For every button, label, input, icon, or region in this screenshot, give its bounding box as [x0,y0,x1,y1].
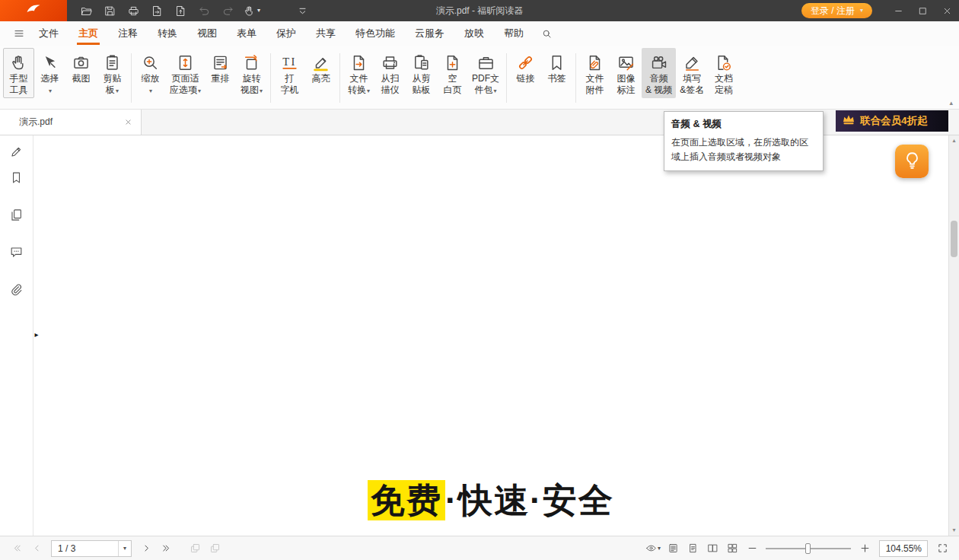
tab-view[interactable]: 视图 [187,21,227,46]
ribbon-button-label: 板▾ [106,84,119,96]
customize-toolbar-button[interactable] [291,1,314,21]
document-tab[interactable]: 演示.pdf [0,110,142,135]
ribbon-highlight-button[interactable]: 高亮 [305,48,336,87]
zoom-in-button[interactable] [855,539,874,558]
bookmark-panel-button[interactable] [6,167,27,188]
svg-text:I: I [292,56,295,68]
assistant-lightbulb-button[interactable] [895,145,929,178]
tab-home[interactable]: 主页 [68,21,108,46]
scrollbar-thumb[interactable] [951,221,957,257]
collapse-ribbon-button[interactable]: ▴ [949,100,953,107]
menubar: 文件主页注释转换视图表单保护共享特色功能云服务放映帮助 [0,21,959,46]
prev-page-button[interactable] [27,539,46,558]
ribbon-blank-page-button[interactable]: 空白页 [437,48,468,98]
copy-tool-button[interactable] [186,539,204,558]
export-convert-button[interactable] [145,1,169,21]
ribbon-snapshot-button[interactable]: 截图 [65,48,97,87]
hand-tool-button[interactable]: ▾ [240,1,263,21]
ribbon-zoom-button[interactable]: 缩放▾ [135,48,166,98]
redo-button[interactable] [216,1,240,21]
scroll-up-icon[interactable]: ▴ [949,136,959,145]
ribbon-attachment-doc-button[interactable]: 文件附件 [579,48,610,98]
close-button[interactable] [935,0,959,21]
next-page-button[interactable] [137,539,155,558]
ribbon-button-label: 手型 [10,73,28,84]
ribbon-image-annot-button[interactable]: 图像标注 [610,48,642,98]
ribbon-finalize-button[interactable]: 文档定稿 [708,48,739,98]
ribbon-select-button[interactable]: 选择▾ [34,48,65,98]
ribbon-button-label: 图像 [617,73,636,84]
read-mode-button[interactable]: ▾ [644,539,662,558]
minimize-button[interactable] [886,0,910,21]
open-folder-button[interactable] [75,1,98,21]
ribbon-bookmark-button[interactable]: 书签 [541,48,572,87]
ribbon-typewriter-button[interactable]: TI打字机 [274,48,305,98]
window-title: 演示.pdf - 福昕阅读器 [436,5,524,18]
login-button[interactable]: 登录 / 注册 ▾ [801,3,872,18]
tab-cloud[interactable]: 云服务 [405,21,454,46]
tab-comment[interactable]: 注释 [108,21,148,46]
page-dropdown-caret[interactable]: ▾ [118,541,131,556]
zoom-level-box[interactable]: 104.55% [879,540,928,557]
chevron-down-icon: ▾ [367,88,370,94]
tab-convert[interactable]: 转换 [148,21,187,46]
statusbar-left: 1 / 3 ▾ [8,539,224,558]
ribbon-video-button[interactable]: 音频& 视频 [642,48,676,98]
ribbon-button-label: 白页 [444,84,462,96]
tab-form[interactable]: 表单 [227,21,266,46]
tab-share[interactable]: 共享 [306,21,346,46]
ribbon-scanner-button[interactable]: 从扫描仪 [374,48,406,98]
svg-text:T: T [282,56,289,68]
annotate-pencil-button[interactable] [6,141,27,162]
zoom-slider[interactable] [766,539,851,558]
comment-panel-button[interactable] [6,241,27,262]
headline-highlighted-text: 免费 [368,480,445,520]
ribbon-convert-button[interactable]: 文件转换▾ [343,48,374,98]
maximize-button[interactable] [910,0,935,21]
search-button[interactable] [537,24,556,43]
ribbon-reflow-button[interactable]: 重排 [205,48,236,87]
share-doc-button[interactable] [169,1,193,21]
quad-pages-view-button[interactable] [723,539,741,558]
paste-tool-button[interactable] [206,539,224,558]
last-page-button[interactable] [157,539,175,558]
ribbon-group: 缩放▾页面适应选项▾重排旋转视图▾ [135,47,267,109]
text-viewer-button[interactable] [664,539,682,558]
tab-features[interactable]: 特色功能 [346,21,405,46]
hamburger-menu-button[interactable] [9,24,29,43]
ribbon-link-button[interactable]: 链接 [510,48,541,87]
membership-promo-banner[interactable]: 联合会员4折起 [836,110,948,132]
page-number-box[interactable]: 1 / 3 ▾ [51,540,132,557]
facing-pages-view-button[interactable] [703,539,722,558]
titlebar: ▾ 演示.pdf - 福昕阅读器 登录 / 注册 ▾ [0,0,959,21]
undo-button[interactable] [193,1,216,21]
zoom-out-button[interactable] [743,539,761,558]
tab-present[interactable]: 放映 [454,21,494,46]
foxit-logo[interactable] [0,0,67,21]
ribbon-fit-page-button[interactable]: 页面适应选项▾ [166,48,205,98]
sidebar-expand-handle[interactable]: ▸ [31,327,42,341]
ribbon-hand-button[interactable]: 手型工具 [3,48,34,98]
ribbon-sign-button[interactable]: 填写&签名 [676,48,708,98]
tab-help[interactable]: 帮助 [494,21,534,46]
zoom-level-value: 104.55% [886,543,922,554]
pages-panel-button[interactable] [6,204,27,225]
tab-file[interactable]: 文件 [29,21,68,46]
share-doc-icon [174,5,187,18]
scroll-down-icon[interactable]: ▾ [949,526,959,535]
zoom-slider-thumb[interactable] [805,543,811,554]
ribbon-rotate-button[interactable]: 旋转视图▾ [236,48,267,98]
print-button[interactable] [122,1,145,21]
single-page-view-button[interactable] [683,539,702,558]
fullscreen-button[interactable] [933,539,951,558]
ribbon-button-label: 重排 [212,73,230,84]
first-page-button[interactable] [8,539,26,558]
tab-close-button[interactable] [121,116,135,129]
ribbon-portfolio-button[interactable]: PDF文件包▾ [468,48,503,98]
vertical-scrollbar[interactable]: ▴ ▾ [948,135,959,536]
tab-protect[interactable]: 保护 [266,21,306,46]
paperclip-button[interactable] [6,278,27,300]
ribbon-from-clipboard-button[interactable]: 从剪贴板 [406,48,437,98]
save-button[interactable] [98,1,122,21]
ribbon-clipboard-button[interactable]: 剪贴板▾ [97,48,128,98]
